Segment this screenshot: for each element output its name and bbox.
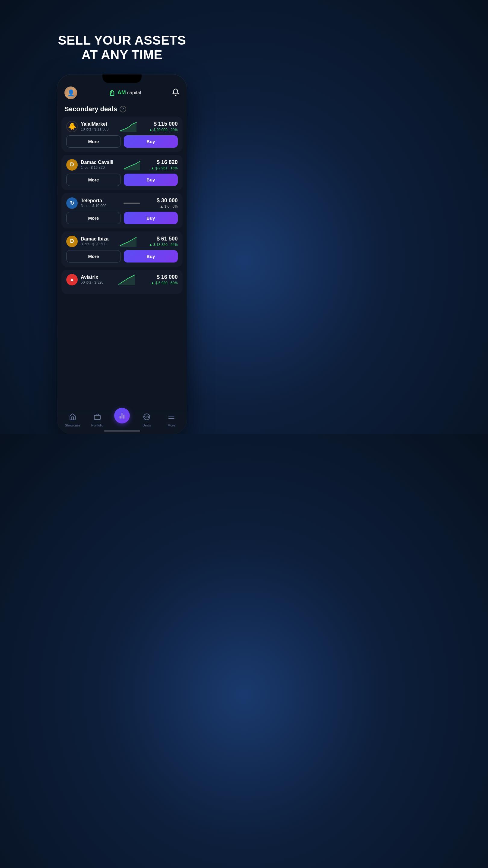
deal-logo-aviatrix: ▲ — [66, 274, 78, 285]
deal-chart-damac-cavalli — [123, 159, 141, 170]
logo-text: AM capital — [118, 90, 141, 96]
help-badge[interactable]: ? — [120, 106, 126, 113]
deal-card-yalalmarket: 🐥 YalalMarket 10 lots · $ 11 500 $ 115 0… — [61, 117, 183, 152]
deal-lots-teleporta: 3 lots · $ 10 000 — [81, 204, 106, 208]
home-indicator — [104, 430, 140, 432]
deal-logo-yalalmarket: 🐥 — [66, 121, 78, 132]
deal-chart-aviatrix — [118, 274, 136, 285]
deal-card-aviatrix: ▲ Aviatrix 50 lots · $ 320 $ 16 000 ▲ $ … — [61, 270, 183, 294]
more-button-damac-cavalli[interactable]: More — [66, 174, 121, 186]
deal-logo-damac-cavalli: D — [66, 159, 78, 170]
nav-label-more: More — [167, 424, 175, 427]
deal-info-yalalmarket: YalalMarket 10 lots · $ 11 500 — [81, 121, 108, 131]
deal-lots-damac-cavalli: 1 lot · $ 16 820 — [81, 165, 113, 170]
deal-chart-damac-ibiza — [120, 236, 138, 247]
deal-price-damac-cavalli: $ 16 820 ▲ $ 2 961 · 16% — [151, 159, 178, 170]
svg-marker-6 — [119, 275, 135, 285]
svg-marker-5 — [120, 237, 136, 247]
deal-price-teleporta: $ 30 000 ▲ $ 0 · 0% — [157, 197, 178, 209]
more-button-damac-ibiza[interactable]: More — [66, 250, 121, 262]
nav-portfolio[interactable]: Portfolio — [85, 413, 110, 427]
deal-actions-yalalmarket: More Buy — [66, 135, 178, 148]
deal-chart-teleporta — [123, 198, 141, 209]
deal-logo-teleporta: ↻ — [66, 197, 78, 209]
phone-frame: 👤 AM capital Secondary deals ? — [57, 74, 187, 434]
more-button-yalalmarket[interactable]: More — [66, 135, 121, 148]
showcase-icon — [69, 413, 76, 422]
nav-label-portfolio: Portfolio — [91, 424, 103, 427]
deals-icon — [143, 413, 150, 422]
section-title: Secondary deals ? — [57, 103, 187, 117]
notification-bell[interactable] — [172, 88, 180, 97]
deal-name-yalalmarket: YalalMarket — [81, 121, 108, 127]
deal-price-yalalmarket: $ 115 000 ▲ $ 20 000 · 20% — [149, 121, 178, 132]
section-title-text: Secondary deals — [64, 105, 117, 113]
more-icon — [168, 413, 175, 422]
phone-notch — [102, 74, 141, 83]
portfolio-icon — [94, 413, 101, 422]
deal-card-damac-ibiza: D Damac Ibiza 3 lots · $ 20 500 $ 61 500… — [61, 231, 183, 267]
nav-showcase[interactable]: Showcase — [60, 413, 85, 427]
deal-card-damac-cavalli: D Damac Cavalli 1 lot · $ 16 820 $ 16 82… — [61, 155, 183, 190]
deal-lots-aviatrix: 50 lots · $ 320 — [81, 280, 103, 284]
svg-marker-2 — [120, 122, 136, 132]
deals-list: 🐥 YalalMarket 10 lots · $ 11 500 $ 115 0… — [57, 117, 187, 410]
deal-card-teleporta: ↻ Teleporta 3 lots · $ 10 000 $ 30 000 ▲… — [61, 193, 183, 228]
nav-deals[interactable]: Deals — [134, 413, 159, 427]
logo: AM capital — [108, 89, 141, 97]
headline-line1: SELL YOUR ASSETS — [58, 33, 186, 48]
deal-name-aviatrix: Aviatrix — [81, 275, 103, 280]
nav-more[interactable]: More — [159, 413, 184, 427]
nav-label-deals: Deals — [142, 424, 151, 427]
deal-name-teleporta: Teleporta — [81, 198, 106, 204]
svg-rect-7 — [94, 415, 100, 420]
analytics-center-button[interactable] — [114, 408, 130, 424]
nav-label-showcase: Showcase — [65, 424, 80, 427]
deal-chart-yalalmarket — [120, 121, 138, 132]
deal-logo-damac-ibiza: D — [66, 236, 78, 247]
headline: SELL YOUR ASSETS AT ANY TIME — [58, 17, 186, 62]
avatar[interactable]: 👤 — [64, 87, 77, 99]
buy-button-teleporta[interactable]: Buy — [124, 212, 178, 224]
deal-price-aviatrix: $ 16 000 ▲ $ 6 930 · 63% — [151, 274, 178, 285]
headline-line2: AT ANY TIME — [58, 48, 186, 62]
buy-button-damac-ibiza[interactable]: Buy — [124, 250, 178, 262]
logo-icon — [108, 89, 116, 97]
deal-name-damac-cavalli: Damac Cavalli — [81, 160, 113, 165]
deal-name-damac-ibiza: Damac Ibiza — [81, 236, 108, 242]
deal-lots-yalalmarket: 10 lots · $ 11 500 — [81, 127, 108, 131]
deal-lots-damac-ibiza: 3 lots · $ 20 500 — [81, 242, 108, 246]
deal-price-damac-ibiza: $ 61 500 ▲ $ 13 320 · 24% — [149, 236, 178, 247]
buy-button-yalalmarket[interactable]: Buy — [124, 135, 178, 148]
more-button-teleporta[interactable]: More — [66, 212, 121, 224]
buy-button-damac-cavalli[interactable]: Buy — [124, 174, 178, 186]
nav-analytics[interactable] — [110, 408, 134, 425]
